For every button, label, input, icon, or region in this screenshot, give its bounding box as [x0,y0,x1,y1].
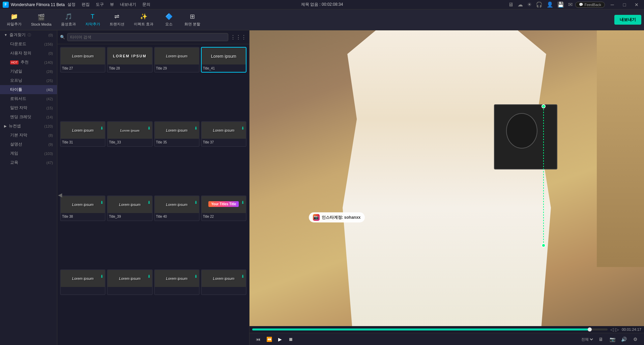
sidebar-item-basic-sub[interactable]: 기본 자막 (8) [0,131,57,140]
effects-label: 이펙트 효과 [134,22,153,27]
stop-button[interactable]: ⏹ [286,335,295,344]
nav-left-arrow[interactable]: ◀ [57,190,63,199]
export-button[interactable]: 내보내기 [614,15,641,25]
audio-effects-button[interactable]: 🎵 음성효과 [57,11,80,28]
app-logo: F [3,2,9,8]
screen-split-label: 화면 분할 [184,22,200,27]
title-item-t29[interactable]: Lorem ipsum Title 29 [154,47,200,73]
title-item-t31[interactable]: Lorem ipsum ⬇ Title 31 [60,121,106,147]
newconcept-count: (120) [44,124,53,128]
thumb-b4: Lorem ipsum ⬇ [202,270,246,287]
downloads-count: (156) [44,42,53,46]
menu-view[interactable]: 뷰 [107,1,117,8]
sidebar-item-opening[interactable]: 오프닝 (25) [0,76,57,85]
search-input[interactable] [67,33,228,41]
volume-icon[interactable]: 🔊 [619,335,628,344]
stock-media-button[interactable]: 🎬 Stock Media [27,12,56,28]
user-icon[interactable]: 👤 [547,1,553,8]
titlebar-right: 🖥 ☁ ☀ 🎧 👤 💾 ✉ FeedBack ─ □ ✕ [508,0,641,9]
menu-edit[interactable]: 편집 [79,1,92,8]
title-add-button[interactable]: T 자막추가 [81,12,104,28]
settings-icon[interactable]: ⚙ [631,335,640,344]
headphone-icon[interactable]: 🎧 [536,1,543,8]
title-item-t35[interactable]: Lorem ipsum ⬇ Title 35 [154,121,200,147]
thumb-t27: Lorem Ipsum [61,48,105,64]
effects-button[interactable]: ✨ 이펙트 효과 [130,11,157,28]
title-item-b4[interactable]: Lorem ipsum ⬇ [201,269,246,295]
keyframe-dot-bottom[interactable] [541,243,546,247]
rewind-button[interactable]: ⏮ [254,335,263,344]
transitions-button[interactable]: ⇌ 트랜지션 [106,11,128,28]
title-item-t33[interactable]: Lorem ipsum ⬇ Title_33 [107,121,152,147]
monitor-icon[interactable]: 🖥 [508,2,514,8]
info-icon: ⓘ [28,33,31,37]
close-button[interactable]: ✕ [632,0,641,9]
sidebar-item-favorites[interactable]: ▼ 즐겨찾기 ⓘ (0) [0,30,57,39]
save-icon[interactable]: 💾 [557,1,564,8]
instagram-badge: 📷 인스타계정: sohanxx [309,212,365,222]
file-add-button[interactable]: 📁 파일추가 [3,11,26,28]
menu-export-top[interactable]: 내보내기 [117,1,139,8]
screen-mode-icon[interactable]: 🖥 [596,335,606,344]
title-item-b3[interactable]: Lorem ipsum ⬇ [154,269,200,295]
mail-icon[interactable]: ✉ [568,1,573,8]
sidebar-item-general-sub[interactable]: 일반 자막 (15) [0,103,57,112]
title-item-t37[interactable]: Lorem ipsum ⬇ Title 37 [201,121,246,147]
sidebar-item-newconcept[interactable]: ▶ 뉴컨셉 (120) [0,122,57,131]
title-item-t41[interactable]: Lorem ipsum Title_41 [201,47,246,73]
audio-effects-label: 음성효과 [61,22,76,27]
minimize-button[interactable]: ─ [608,0,617,9]
cloud-icon[interactable]: ☁ [518,1,523,8]
prev-frame-icon[interactable]: ◁ [610,327,614,332]
instagram-text: 인스타계정: sohanxx [322,215,361,220]
sun-icon[interactable]: ☀ [527,1,532,8]
preview-scene: 📷 인스타계정: sohanxx [250,30,644,326]
menu-settings[interactable]: 설정 [65,1,78,8]
elements-button[interactable]: 🔷 요소 [159,11,179,28]
sidebar-item-education[interactable]: 교육 (47) [0,158,57,167]
thumb-t31: Lorem ipsum ⬇ [61,122,105,139]
title-item-t40[interactable]: Lorem ipsum ⬇ Title 40 [154,195,200,221]
feedback-button[interactable]: FeedBack [575,2,605,8]
sidebar-item-anniversary[interactable]: 기념일 (28) [0,67,57,76]
education-label: 교육 [10,160,18,165]
sidebar-item-recommended[interactable]: HOT 추천 (140) [0,58,57,67]
title-item-t39[interactable]: Lorem ipsum ⬇ Title_39 [107,195,152,221]
sidebar-item-titles[interactable]: 타이틀 (40) [0,85,57,94]
download-icon-t33: ⬇ [147,126,151,131]
progress-handle[interactable] [588,327,592,331]
sidebar-item-callout[interactable]: 설명선 (9) [0,140,57,149]
next-frame-icon[interactable]: ▷ [615,327,619,332]
maximize-button[interactable]: □ [620,0,629,9]
title-item-t28[interactable]: LOREM IPSUM Title 28 [107,47,152,73]
play-button[interactable]: ▶ [275,335,285,344]
title-label-t40: Title 40 [155,213,199,220]
quality-select[interactable]: 전체 1/2 1/4 [580,337,594,342]
progress-fill [252,328,590,330]
download-icon-t31: ⬇ [100,126,104,131]
sidebar-item-downloads[interactable]: 다운로드 (156) [0,39,57,49]
progress-track[interactable] [252,328,608,330]
keyframe-dot-top[interactable] [541,104,546,108]
thumb-t40: Lorem ipsum ⬇ [155,196,199,213]
hot-badge: HOT [10,60,19,64]
title-item-t22[interactable]: Your Titles Title ⬇ Title 22 [201,195,246,221]
snapshot-icon[interactable]: 📷 [608,335,617,344]
sidebar-item-ending-credits[interactable]: 엔딩 크레딧 (14) [0,112,57,122]
sidebar-item-game[interactable]: 게임 (103) [0,149,57,158]
sidebar-item-custom[interactable]: 사용자 정의 (0) [0,49,57,58]
more-options-icon[interactable]: ⋮⋮⋮ [230,34,246,41]
sidebar-item-lowerthird[interactable]: 로워서드 (42) [0,94,57,103]
titlebar: F Wondershare Filmora 11 Beta 설정 편집 도구 뷰… [0,0,644,9]
title-item-t27[interactable]: Lorem Ipsum Title 27 [60,47,106,73]
menu-tools[interactable]: 도구 [93,1,107,8]
step-back-button[interactable]: ⏪ [264,335,274,344]
title-item-b2[interactable]: Lorem ipsum ⬇ [107,269,152,295]
anniversary-label: 기념일 [10,69,22,74]
menu-help[interactable]: 문의 [140,1,153,8]
thumb-b2: Lorem ipsum ⬇ [108,270,152,287]
downloads-label: 다운로드 [10,41,26,47]
title-item-b1[interactable]: Lorem ipsum ⬇ [60,269,106,295]
title-item-t38[interactable]: Lorem ipsum ⬇ Title 38 [60,195,106,221]
screen-split-button[interactable]: ⊞ 화면 분할 [180,11,204,28]
